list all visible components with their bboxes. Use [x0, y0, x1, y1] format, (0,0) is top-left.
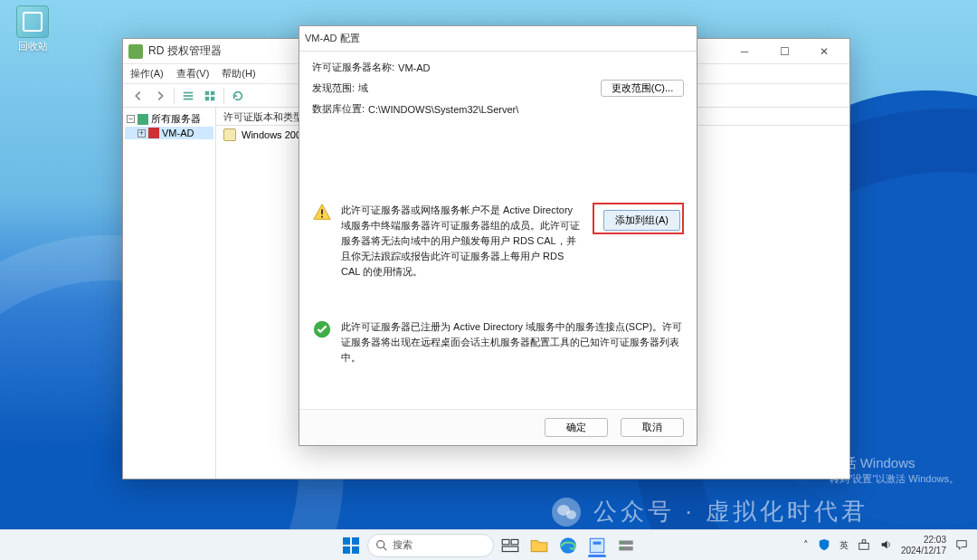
svg-rect-18: [502, 546, 518, 552]
tray-date: 2024/12/17: [901, 546, 946, 556]
add-to-group-button[interactable]: 添加到组(A): [603, 210, 680, 231]
add-to-group-highlight: 添加到组(A): [593, 203, 684, 234]
toolbar-divider: [223, 88, 224, 104]
toolbar-list-icon[interactable]: [178, 87, 198, 105]
taskbar: 搜索 ˄ 英: [0, 529, 977, 560]
db-value: C:\WINDOWS\System32\LServer\: [368, 104, 518, 115]
server-name-row: 许可证服务器名称: VM-AD: [312, 61, 684, 74]
svg-point-14: [377, 541, 384, 548]
start-button[interactable]: [338, 533, 364, 558]
server-error-icon: [148, 128, 159, 138]
svg-rect-13: [352, 546, 359, 554]
scope-value: 域: [358, 81, 368, 95]
svg-rect-20: [590, 538, 603, 552]
close-button[interactable]: ✕: [804, 39, 844, 64]
svg-rect-7: [321, 209, 323, 214]
toolbar-forward-icon[interactable]: [150, 87, 170, 105]
dialog-title: VM-AD 配置: [305, 32, 360, 45]
recycle-bin[interactable]: 回收站: [7, 5, 58, 53]
tree-node-vmad[interactable]: + VM-AD: [125, 127, 213, 139]
search-box[interactable]: 搜索: [367, 533, 494, 558]
svg-rect-6: [211, 96, 214, 100]
toolbar-divider: [174, 88, 175, 104]
file-explorer-button[interactable]: [526, 533, 552, 558]
ok-button[interactable]: 确定: [545, 418, 608, 437]
ok-text: 此许可证服务器已注册为 Active Directory 域服务中的服务连接点(…: [341, 319, 684, 365]
cancel-button[interactable]: 取消: [621, 418, 684, 437]
wechat-text: 公众号 · 虚拟化时代君: [593, 496, 868, 527]
tray-time: 22:03: [901, 535, 946, 546]
tree-root-label: 所有服务器: [151, 112, 201, 126]
wechat-watermark: 公众号 · 虚拟化时代君: [552, 496, 868, 527]
tray-network-icon[interactable]: [858, 538, 870, 553]
menu-help[interactable]: 帮助(H): [222, 67, 255, 81]
svg-rect-2: [184, 98, 194, 100]
change-scope-button[interactable]: 更改范围(C)...: [601, 80, 684, 97]
warning-block: 此许可证服务器或网络服务帐户不是 Active Directory 域服务中终端…: [312, 203, 684, 280]
recycle-bin-icon: [16, 5, 49, 38]
tray-chevron-icon[interactable]: ˄: [803, 539, 809, 551]
minimize-button[interactable]: ─: [725, 39, 764, 64]
window-title: RD 授权管理器: [148, 43, 222, 59]
tree-node-label: VM-AD: [162, 128, 194, 138]
expand-icon[interactable]: +: [138, 129, 146, 138]
scope-row: 发现范围: 域 更改范围(C)...: [312, 80, 684, 97]
svg-rect-21: [593, 541, 602, 544]
tray-security-icon[interactable]: [818, 538, 830, 553]
task-view-button[interactable]: [498, 533, 523, 558]
system-tray: ˄ 英 22:03 2024/12/17: [794, 535, 977, 555]
toolbar-refresh-icon[interactable]: [228, 87, 248, 105]
rd-manager-taskbar-button[interactable]: [584, 533, 610, 558]
warning-text: 此许可证服务器或网络服务帐户不是 Active Directory 域服务中终端…: [341, 203, 580, 280]
collapse-icon[interactable]: −: [127, 115, 135, 123]
menu-view[interactable]: 查看(V): [176, 67, 210, 81]
checkmark-icon: [312, 319, 332, 339]
wechat-icon: [552, 498, 581, 527]
ok-block: 此许可证服务器已注册为 Active Directory 域服务中的服务连接点(…: [312, 319, 684, 365]
svg-rect-10: [343, 537, 350, 545]
toolbar-grid-icon[interactable]: [200, 87, 220, 105]
search-icon: [375, 539, 387, 551]
svg-point-24: [621, 541, 623, 543]
svg-rect-0: [184, 91, 194, 93]
svg-rect-27: [862, 539, 866, 543]
svg-rect-26: [859, 543, 869, 549]
svg-rect-8: [321, 216, 323, 218]
svg-rect-3: [205, 90, 209, 94]
svg-rect-5: [205, 96, 209, 100]
menu-action[interactable]: 操作(A): [130, 67, 164, 81]
server-tree[interactable]: − 所有服务器 + VM-AD: [123, 108, 216, 479]
svg-rect-4: [211, 90, 214, 94]
vmad-config-dialog: VM-AD 配置 许可证服务器名称: VM-AD 发现范围: 域 更改范围(C)…: [299, 25, 697, 446]
tray-notifications-icon[interactable]: [955, 538, 968, 553]
license-icon: [223, 128, 236, 141]
server-name-value: VM-AD: [398, 62, 430, 73]
svg-rect-17: [511, 539, 518, 545]
db-label: 数据库位置:: [312, 102, 365, 116]
server-name-label: 许可证服务器名称:: [312, 61, 394, 74]
servers-icon: [138, 114, 148, 125]
tray-ime[interactable]: 英: [839, 539, 849, 552]
tray-clock[interactable]: 22:03 2024/12/17: [901, 535, 946, 555]
dialog-titlebar[interactable]: VM-AD 配置: [299, 26, 697, 52]
recycle-bin-label: 回收站: [7, 40, 58, 53]
activate-windows-watermark: 激活 Windows 转到"设置"以激活 Windows。: [830, 455, 960, 486]
svg-rect-16: [502, 539, 509, 545]
activate-line1: 激活 Windows: [830, 455, 960, 472]
server-manager-taskbar-button[interactable]: [613, 533, 639, 558]
activate-line2: 转到"设置"以激活 Windows。: [830, 472, 960, 486]
svg-rect-1: [184, 95, 194, 97]
desktop: 回收站 RD 授权管理器 ─ ☐ ✕ 操作(A) 查看(V) 帮助(H): [0, 0, 977, 560]
svg-rect-12: [343, 546, 350, 554]
edge-button[interactable]: [555, 533, 581, 558]
db-row: 数据库位置: C:\WINDOWS\System32\LServer\: [312, 102, 684, 116]
toolbar-back-icon[interactable]: [128, 87, 148, 105]
maximize-button[interactable]: ☐: [764, 39, 804, 64]
warning-icon: [312, 203, 332, 223]
dialog-footer: 确定 取消: [299, 409, 697, 445]
svg-point-25: [621, 547, 623, 549]
tray-volume-icon[interactable]: [879, 538, 892, 553]
tree-root[interactable]: − 所有服务器: [125, 111, 213, 127]
svg-rect-11: [352, 537, 359, 545]
scope-label: 发现范围:: [312, 81, 355, 95]
